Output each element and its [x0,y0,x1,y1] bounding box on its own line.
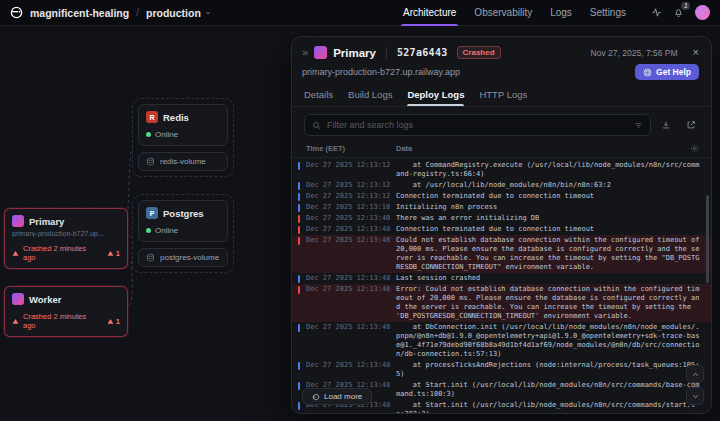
log-row[interactable]: Dec 27 2025 12:13:48 at DbConnection.ini… [292,322,711,360]
log-message: at Start.init (/usr/local/lib/node_modul… [396,401,701,413]
service-domain: primary-production-b727.up... [12,230,120,237]
column-data: Data [396,144,690,153]
log-search-box[interactable] [304,114,651,136]
log-row[interactable]: Dec 27 2025 12:13:48 Last session crashe… [292,273,711,284]
scroll-button-group [686,365,704,405]
scroll-down-button[interactable] [686,387,704,405]
service-card-redis[interactable]: R Redis Online [138,104,228,146]
log-row[interactable]: Dec 27 2025 12:13:12 Connection terminat… [292,191,711,202]
log-row[interactable]: Dec 27 2025 12:13:18 Initializing n8n pr… [292,202,711,213]
log-level-bar [298,215,300,223]
breadcrumb-separator: / [136,7,139,18]
collapse-panel-icon[interactable]: » [302,47,308,58]
service-name: Worker [29,294,62,305]
service-card-primary[interactable]: Primary primary-production-b727.up... Cr… [4,208,128,269]
log-row[interactable]: Dec 27 2025 12:13:48 Error: Could not es… [292,284,711,322]
tab-http-logs[interactable]: HTTP Logs [479,89,527,106]
tab-details[interactable]: Details [304,89,333,106]
redis-icon: R [146,111,158,123]
volume-redis[interactable]: redis-volume [138,152,228,171]
log-level-bar [298,402,300,410]
log-timestamp: Dec 27 2025 12:13:48 [306,285,390,294]
external-link-icon [686,120,696,130]
log-level-bar [298,193,300,201]
worker-service-icon [12,293,24,305]
volume-postgres[interactable]: postgres-volume [138,248,228,267]
warning-icon [12,250,19,257]
log-timestamp: Dec 27 2025 12:13:48 [306,225,390,234]
deployment-tabs: Details Build Logs Deploy Logs HTTP Logs [292,80,711,107]
log-message: Last session crashed [396,274,701,283]
breadcrumb-environment[interactable]: production [146,7,212,19]
log-settings-gear-icon[interactable] [690,144,699,153]
log-row[interactable]: Dec 27 2025 12:13:12 at /usr/local/lib/n… [292,180,711,191]
log-message: Could not establish database connection … [396,236,701,272]
nav-tab-architecture[interactable]: Architecture [394,0,465,26]
load-more-label: Load more [324,392,362,401]
log-row[interactable]: Dec 27 2025 12:13:48 Connection terminat… [292,224,711,235]
download-icon [661,120,671,130]
top-navbar: magnificent-healing / production Archite… [0,0,720,26]
volume-name: redis-volume [160,157,206,166]
user-avatar[interactable] [695,5,710,20]
log-message: Error: Could not establish database conn… [396,285,701,321]
log-level-bar [298,162,300,170]
column-time: Time (EET) [306,144,396,153]
breadcrumb-project[interactable]: magnificent-healing [30,7,129,19]
service-group-redis: R Redis Online redis-volume [132,98,234,177]
log-toolbar [292,107,711,142]
nav-tab-logs[interactable]: Logs [541,0,581,26]
close-icon[interactable]: × [693,47,699,58]
load-more-button[interactable]: Load more [302,388,372,405]
log-message: at processTicksAndRejections (node:inter… [396,361,701,379]
download-logs-button[interactable] [656,115,676,135]
load-more-icon [312,393,320,401]
deployment-panel: » Primary 527a6443 Crashed Nov 27, 2025,… [291,36,712,414]
log-row[interactable]: Dec 27 2025 12:13:48 Could not establish… [292,235,711,273]
nav-tab-observability[interactable]: Observability [465,0,541,26]
log-message: at Start.init (/usr/local/lib/node_modul… [396,381,701,399]
chevron-down-icon [204,9,212,17]
log-message: There was an error initializing DB [396,214,701,223]
service-card-worker[interactable]: Worker Crashed 2 minutes ago 1 [4,286,128,337]
scroll-up-button[interactable] [686,365,704,383]
deployment-id[interactable]: 527a6443 [397,47,448,58]
log-level-bar [298,324,300,332]
tab-build-logs[interactable]: Build Logs [348,89,392,106]
log-row[interactable]: Dec 27 2025 12:13:48 at processTicksAndR… [292,360,711,380]
notification-badge: 1 [681,2,690,10]
log-level-bar [298,382,300,390]
alert-count-badge: 1 [107,317,120,326]
open-external-button[interactable] [681,115,701,135]
log-level-bar [298,226,300,234]
notifications-bell-icon[interactable]: 1 [673,7,684,18]
log-level-bar [298,182,300,190]
log-list[interactable]: Dec 27 2025 12:13:12 at CommandRegistry.… [292,158,711,413]
postgres-icon: P [146,207,158,219]
log-level-bar [298,286,300,294]
log-timestamp: Dec 27 2025 12:13:12 [306,181,390,190]
service-card-postgres[interactable]: P Postgres Online [138,200,228,242]
primary-service-icon [12,215,24,227]
get-help-button[interactable]: Get Help [635,64,699,80]
nav-tab-settings[interactable]: Settings [581,0,635,26]
log-search-input[interactable] [327,120,628,130]
online-status-dot [146,132,151,137]
filter-icon[interactable] [634,121,643,130]
log-level-bar [298,275,300,283]
railway-logo-icon[interactable] [10,6,23,19]
activity-icon[interactable] [651,7,662,18]
log-message: at /usr/local/lib/node_modules/n8n/bin/n… [396,181,701,190]
scrollbar[interactable] [706,195,709,283]
deployment-domain-link[interactable]: primary-production-b727.up.railway.app [302,67,460,77]
log-row[interactable]: Dec 27 2025 12:13:12 at CommandRegistry.… [292,160,711,180]
log-timestamp: Dec 27 2025 12:13:48 [306,236,390,245]
tab-deploy-logs[interactable]: Deploy Logs [407,89,464,106]
panel-service-name: Primary [333,47,376,59]
log-row[interactable]: Dec 27 2025 12:13:40 There was an error … [292,213,711,224]
service-name: Postgres [163,208,204,219]
environment-label: production [146,7,201,19]
warning-icon [107,250,114,257]
log-message: at CommandRegistry.execute (/usr/local/l… [396,161,701,179]
divider [386,47,387,59]
